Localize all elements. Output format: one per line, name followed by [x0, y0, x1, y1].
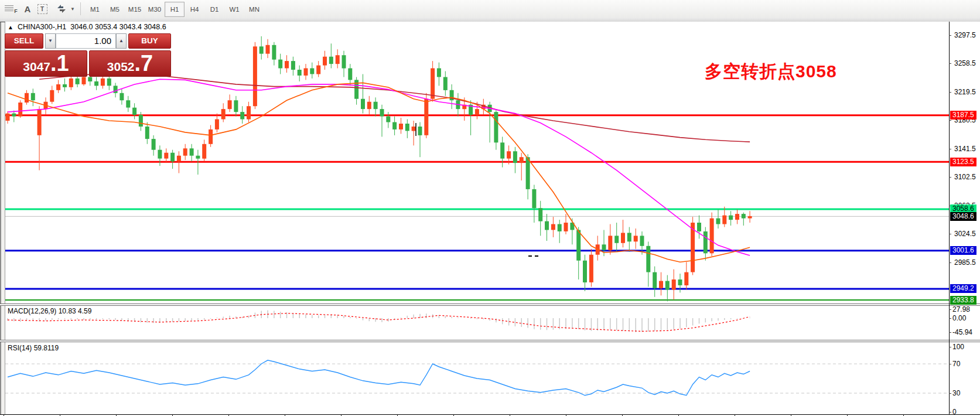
macd-tick-label: -45.94 — [952, 328, 972, 336]
symbol-name: CHINA300-,H1 — [18, 23, 66, 31]
price-level-badge: 3187.5 — [950, 111, 976, 120]
buy-price-main: 3052 — [107, 54, 135, 79]
text-label-tool-icon[interactable]: A — [22, 2, 33, 16]
sell-button[interactable]: SELL — [5, 33, 43, 49]
price-tick-label: 3141.5 — [954, 145, 976, 153]
window-left-border — [0, 18, 5, 416]
timeframe-M15[interactable]: M15 — [125, 2, 145, 17]
rsi-tickmark — [949, 347, 951, 347]
timeframe-MN[interactable]: MN — [244, 2, 264, 17]
symbol-ohlc-header: ▲ CHINA300-,H1 3046.0 3053.4 3043.4 3048… — [8, 23, 166, 31]
price-tick-label: 3102.5 — [954, 173, 976, 181]
price-tickmark — [949, 177, 951, 178]
macd-tickmark — [949, 309, 951, 310]
price-tickmark — [949, 234, 951, 234]
rsi-tick-label: 70 — [952, 360, 960, 368]
one-click-trade-panel: SELL ▼ 1.00 ▲ BUY 3047 .1 3052 .7 — [5, 33, 171, 77]
fibo-lines-icon[interactable]: F — [5, 2, 18, 16]
toolbar-separator — [80, 2, 81, 15]
chevron-down-icon[interactable]: ▼ — [69, 2, 76, 16]
price-tickmark — [949, 149, 951, 149]
diagonal-arrows-glyph — [56, 4, 67, 13]
macd-tickmark — [949, 332, 951, 333]
macd-tick-label: 0.00 — [952, 314, 966, 322]
axis-border — [949, 22, 950, 414]
buy-price-frac: .7 — [135, 51, 153, 76]
price-tickmark — [949, 63, 951, 64]
price-level-badge: 3123.5 — [950, 158, 976, 166]
macd-indicator-chart — [5, 306, 949, 340]
price-level-badge: 2933.8 — [950, 296, 976, 305]
price-tick-label: 3024.5 — [954, 230, 976, 238]
price-level-badge: 3001.6 — [950, 246, 976, 255]
rsi-tickmark — [949, 393, 951, 394]
price-level-badge: 2949.2 — [950, 284, 976, 293]
panel-splitter-rsi[interactable] — [0, 340, 980, 342]
macd-tick-label: 27.98 — [952, 305, 970, 313]
text-box-tool-icon[interactable]: T — [36, 2, 48, 16]
macd-tickmark — [949, 318, 951, 319]
panel-splitter-macd[interactable] — [0, 304, 980, 306]
sell-price-box[interactable]: 3047 .1 — [5, 50, 87, 77]
ohlc-values: 3046.0 3053.4 3043.4 3048.6 — [70, 23, 166, 31]
timeframe-group: M1M5M15M30H1H4D1W1MN — [85, 2, 264, 16]
price-tick-label: 2985.5 — [954, 258, 976, 267]
volume-increase-button[interactable]: ▲ — [116, 33, 127, 49]
rsi-label: RSI(14) 59.8119 — [8, 344, 59, 352]
dotted-lines-glyph — [5, 5, 13, 12]
timeframe-H1[interactable]: H1 — [165, 2, 185, 17]
volume-decrease-button[interactable]: ▼ — [45, 33, 56, 49]
mt4-trading-window: F A T ▼ M1M5M15M30H1H4D1W1MN — [0, 0, 980, 416]
collapse-panel-arrow[interactable]: ▲ — [8, 24, 13, 30]
annotation-text: 多空转折点3058 — [705, 60, 837, 84]
timeframe-H4[interactable]: H4 — [185, 2, 204, 17]
rsi-indicator-chart — [5, 342, 949, 414]
price-tickmark — [949, 35, 951, 36]
buy-button[interactable]: BUY — [128, 33, 171, 49]
buy-price-box[interactable]: 3052 .7 — [89, 50, 171, 77]
timeframe-M30[interactable]: M30 — [145, 2, 165, 17]
price-tick-label: 3258.5 — [954, 59, 976, 67]
price-tickmark — [949, 92, 951, 93]
top-toolbar: F A T ▼ M1M5M15M30H1H4D1W1MN — [0, 0, 980, 18]
timeframe-M1[interactable]: M1 — [85, 2, 105, 17]
timeframe-W1[interactable]: W1 — [224, 2, 244, 17]
price-tick-label: 3297.5 — [954, 31, 976, 39]
price-level-badge: 3048.6 — [950, 212, 976, 221]
price-tickmark — [949, 120, 951, 121]
sell-price-frac: .1 — [50, 51, 69, 76]
macd-label: MACD(12,26,9) 10.83 4.59 — [8, 307, 91, 315]
sell-price-main: 3047 — [23, 54, 50, 79]
spin-up-icon: ▲ — [119, 38, 124, 43]
timeframe-D1[interactable]: D1 — [204, 2, 224, 17]
volume-input[interactable]: 1.00 — [56, 33, 116, 49]
timeframe-M5[interactable]: M5 — [105, 2, 125, 17]
rsi-tickmark — [949, 364, 951, 364]
rsi-tickmark — [949, 412, 951, 412]
rsi-tick-label: 100 — [952, 343, 964, 351]
rsi-tick-label: 0 — [952, 408, 957, 416]
price-tickmark — [949, 262, 951, 263]
arrange-objects-icon[interactable] — [55, 2, 68, 16]
f-glyph: F — [14, 8, 18, 14]
rsi-tick-label: 30 — [952, 389, 960, 397]
spin-down-icon: ▼ — [48, 38, 53, 43]
price-tick-label: 3219.5 — [954, 88, 976, 96]
